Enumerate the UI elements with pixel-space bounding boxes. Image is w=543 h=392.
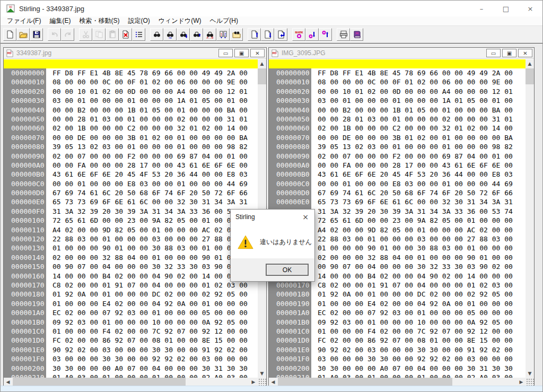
hex-row[interactable]: 000000C000 00 01 00 00 00 E8 03 00 00 01…	[269, 179, 526, 188]
hex-row[interactable]: 000000A000 00 FA 00 00 00 28 17 00 00 43…	[269, 161, 526, 170]
byte-cells[interactable]: 72 65 61 6D 00 00 23 00 9A 82 05 00 01 0…	[52, 216, 248, 225]
new-button[interactable]	[3, 28, 16, 41]
hex-row[interactable]: 0000009002 00 07 00 00 00 F2 00 00 00 69…	[269, 152, 526, 161]
mark-next-button[interactable]	[305, 28, 319, 41]
byte-cells[interactable]: 08 00 00 00 0C 00 0F 01 02 00 06 00 00 0…	[52, 77, 248, 86]
hex-row[interactable]: 00000000FF D8 FF E1 4B 8E 45 78 69 66 00…	[269, 68, 526, 77]
hex-row[interactable]: 0000006002 00 1B 00 00 00 C2 00 00 00 32…	[269, 124, 526, 133]
hex-row[interactable]: 0000004000 00 B2 00 00 00 1B 01 05 00 01…	[4, 106, 258, 115]
hex-row[interactable]: 000001F003 00 00 00 30 30 00 00 92 92 02…	[269, 354, 526, 363]
byte-cells[interactable]: FC 02 00 00 86 92 07 00 08 01 00 00 8E 1…	[318, 336, 513, 345]
hex-row[interactable]: 000001F003 00 00 00 30 30 00 00 92 92 02…	[4, 354, 258, 363]
hex-row[interactable]: 0000019001 00 00 00 E4 02 00 00 04 92 0A…	[269, 299, 526, 308]
byte-cells[interactable]: 39 05 13 02 03 00 01 00 00 00 01 00 00 0…	[52, 142, 248, 151]
hex-row[interactable]: 0000013001 00 00 00 90 01 00 00 30 88 03…	[4, 243, 258, 252]
byte-cells[interactable]: 03 00 00 00 30 30 00 00 92 92 02 00 03 0…	[52, 354, 248, 363]
byte-cells[interactable]: 02 00 1B 00 00 00 C2 00 00 00 32 01 02 0…	[318, 124, 513, 133]
dialog-close-icon[interactable]: ×	[296, 210, 314, 224]
replace-button[interactable]: A→B	[203, 28, 216, 41]
byte-cells[interactable]: 00 00 B2 00 00 00 1B 01 05 00 01 00 00 0…	[52, 106, 248, 115]
hex-row[interactable]: 000001A0EC 02 00 00 07 92 03 00 01 00 00…	[269, 308, 526, 317]
mark-set-button[interactable]: MARK	[292, 28, 305, 41]
menu-edit[interactable]: 編集(E)	[45, 16, 75, 25]
hex-row[interactable]: 0000002000 00 10 01 02 00 0D 00 00 00 A4…	[269, 87, 526, 96]
byte-cells[interactable]: A4 02 00 00 9D 82 05 00 01 00 00 00 AC 0…	[52, 225, 248, 234]
byte-cells[interactable]: 09 92 03 00 01 00 00 00 10 00 00 00 0A 9…	[318, 318, 513, 327]
byte-cells[interactable]: 01 00 00 00 90 01 00 00 30 88 03 00 01 0…	[52, 243, 248, 252]
menu-file[interactable]: ファイル(F)	[3, 16, 45, 25]
byte-cells[interactable]: 31 3A 32 39 20 30 39 3A 31 34 3A 33 36 0…	[52, 207, 248, 216]
byte-cells[interactable]: FF D8 FF E1 4B 8E 45 78 69 66 00 00 49 4…	[52, 68, 248, 77]
hex-row[interactable]: 0000014002 00 00 00 32 88 04 00 01 00 00…	[4, 253, 258, 262]
hex-row[interactable]: 0000009002 00 07 00 00 00 F2 00 00 00 69…	[4, 152, 258, 161]
horizontal-scrollbar[interactable]: ◀ ▶	[4, 378, 258, 386]
byte-cells[interactable]: 14 00 00 00 B4 02 00 00 04 90 02 00 14 0…	[318, 272, 513, 281]
vertical-scroll-thumb[interactable]	[258, 68, 266, 84]
byte-cells[interactable]: 65 73 73 69 6F 6E 61 6C 00 00 32 30 31 3…	[52, 197, 248, 206]
byte-cells[interactable]: 00 00 DE 00 00 00 3B 01 02 00 01 00 00 0…	[318, 133, 513, 142]
child-close-button[interactable]: ✕	[250, 49, 265, 57]
find-down-button[interactable]	[177, 28, 190, 41]
child-close-button[interactable]: ✕	[518, 49, 532, 57]
byte-cells[interactable]: EC 02 00 00 07 92 03 00 01 00 00 00 05 0…	[52, 308, 248, 317]
hex-row[interactable]: 000000C000 00 01 00 00 00 E8 03 00 00 01…	[4, 179, 258, 188]
maximize-button[interactable]: □	[494, 1, 518, 16]
horizontal-scroll-thumb[interactable]	[278, 378, 452, 386]
byte-cells[interactable]: 43 61 6E 6F 6E 20 45 4F 53 20 36 44 00 0…	[52, 170, 248, 179]
byte-cells[interactable]: 22 88 03 00 01 00 00 00 03 00 00 00 27 8…	[318, 234, 513, 243]
byte-cells[interactable]: 02 00 00 00 32 88 04 00 01 00 00 00 90 0…	[52, 253, 248, 262]
menu-help[interactable]: ヘルプ(H)	[206, 16, 243, 25]
byte-cells[interactable]: A4 02 00 00 9D 82 05 00 01 00 00 00 AC 0…	[318, 225, 513, 234]
hex-row[interactable]: 0000015000 90 07 00 04 00 00 00 30 32 33…	[4, 262, 258, 271]
hex-row[interactable]: 0000008039 05 13 02 03 00 01 00 00 00 01…	[4, 142, 258, 151]
child-restore-button[interactable]: ▣	[234, 49, 249, 57]
hex-row[interactable]: 000000B043 61 6E 6F 6E 20 45 4F 53 20 36…	[4, 170, 258, 179]
horizontal-scroll-thumb[interactable]	[13, 378, 186, 386]
hex-row[interactable]: 00000110A4 02 00 00 9D 82 05 00 01 00 00…	[4, 225, 258, 234]
scroll-down-icon[interactable]: ▼	[258, 369, 266, 378]
menu-window[interactable]: ウィンドウ(W)	[154, 16, 206, 25]
hex-row[interactable]: 000001C001 00 00 00 F4 02 00 00 7C 92 07…	[4, 327, 258, 336]
byte-cells[interactable]: 01 00 00 00 E4 02 00 00 04 92 0A 00 01 0…	[52, 299, 248, 308]
grep-button[interactable]	[230, 28, 243, 41]
hex-row[interactable]: 000001E090 92 02 00 03 00 00 00 30 30 00…	[4, 345, 258, 354]
scroll-up-icon[interactable]: ▲	[526, 59, 534, 68]
byte-cells[interactable]: 00 90 07 00 04 00 00 00 30 32 33 30 03 9…	[318, 262, 513, 271]
hex-row[interactable]: 0000018001 92 0A 00 01 00 00 00 DC 02 00…	[4, 290, 258, 299]
hex-row[interactable]: 0000021001 A0 03 00 01 00 00 00 01 00 00…	[4, 373, 258, 378]
hex-row[interactable]: 000000E065 73 73 69 6F 6E 61 6C 00 00 32…	[269, 197, 526, 206]
child-minimize-button[interactable]: ▭	[218, 49, 233, 57]
byte-cells[interactable]: 03 00 00 00 30 30 00 00 92 92 02 00 03 0…	[318, 354, 513, 363]
byte-cells[interactable]: 00 00 FA 00 00 00 28 17 00 00 43 61 6E 6…	[52, 161, 248, 170]
byte-cells[interactable]: 00 00 28 01 03 00 01 00 00 00 02 00 00 0…	[52, 115, 248, 124]
byte-cells[interactable]: 67 69 74 61 6C 20 50 68 6F 74 6F 20 50 7…	[52, 188, 248, 197]
scroll-left-icon[interactable]: ◀	[4, 378, 12, 386]
byte-cells[interactable]: 67 69 74 61 6C 20 50 68 6F 74 6F 20 50 7…	[318, 188, 513, 197]
scroll-up-icon[interactable]: ▲	[258, 59, 266, 68]
compare-button[interactable]: 12	[216, 28, 230, 41]
hex-row[interactable]: 000001B009 92 03 00 01 00 00 00 10 00 00…	[269, 318, 526, 327]
hex-row[interactable]: 0000007000 00 DE 00 00 00 3B 01 02 00 01…	[269, 133, 526, 142]
hex-row[interactable]: 0000001008 00 00 00 0C 00 0F 01 02 00 06…	[269, 77, 526, 86]
hex-row[interactable]: 0000001008 00 00 00 0C 00 0F 01 02 00 06…	[4, 77, 258, 86]
hex-row[interactable]: 000001B009 92 03 00 01 00 00 00 10 00 00…	[4, 318, 258, 327]
hex-row[interactable]: 000001D0FC 02 00 00 86 92 07 00 08 01 00…	[269, 336, 526, 345]
byte-cells[interactable]: 65 73 73 69 6F 6E 61 6C 00 00 32 30 31 3…	[318, 197, 513, 206]
close-button[interactable]: ×	[518, 1, 542, 16]
hex-row[interactable]: 00000170C8 02 00 00 01 91 07 00 04 00 00…	[269, 281, 526, 290]
byte-cells[interactable]: 00 90 07 00 04 00 00 00 30 32 33 30 03 9…	[52, 262, 248, 271]
minimize-button[interactable]: –	[469, 1, 494, 16]
byte-cells[interactable]: FC 02 00 00 86 92 07 00 08 01 00 00 8E 1…	[52, 336, 248, 345]
save-button[interactable]	[30, 28, 43, 41]
hex-row[interactable]: 000000A000 00 FA 00 00 00 28 17 00 00 43…	[4, 161, 258, 170]
hex-row[interactable]: 0000005000 00 28 01 03 00 01 00 00 00 02…	[269, 115, 526, 124]
jump-down-button[interactable]	[261, 28, 274, 41]
jump-list-button[interactable]	[132, 28, 145, 41]
byte-cells[interactable]: 00 00 FA 00 00 00 28 17 00 00 43 61 6E 6…	[318, 161, 513, 170]
byte-cells[interactable]: 43 61 6E 6F 6E 20 45 4F 53 20 36 44 00 0…	[318, 170, 513, 179]
hex-row[interactable]: 0000020030 30 00 00 00 A0 07 00 04 00 00…	[4, 364, 258, 373]
byte-cells[interactable]: 31 3A 32 39 20 30 39 3A 31 34 3A 33 36 0…	[318, 207, 513, 216]
hex-row[interactable]: 0000020030 30 00 00 00 A0 07 00 04 00 00…	[269, 364, 526, 373]
hex-dump-area[interactable]: 00000000FF D8 FF E1 4B 8E 45 78 69 66 00…	[4, 68, 258, 378]
hex-row[interactable]: 00000000FF D8 FF E1 4B 8E 45 78 69 66 00…	[4, 68, 258, 77]
